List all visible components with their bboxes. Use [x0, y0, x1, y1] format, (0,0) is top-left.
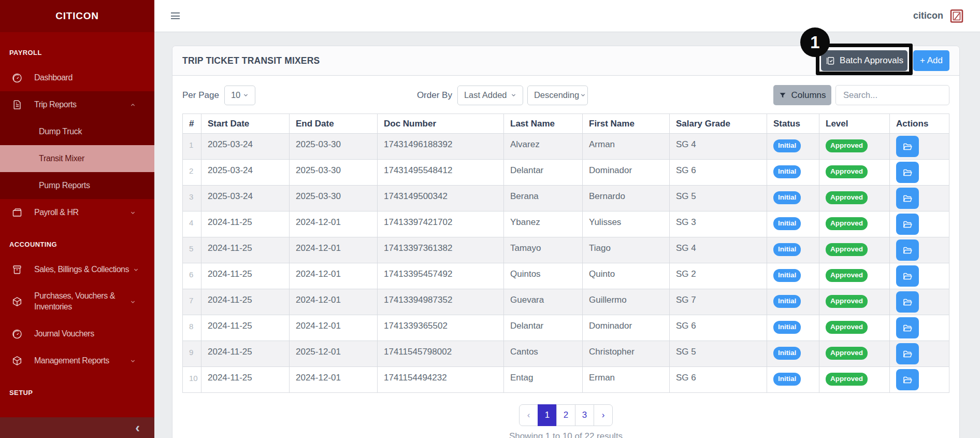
table-cell: 2024-11-25	[201, 211, 290, 237]
open-trip-button[interactable]	[896, 214, 919, 235]
table-cell: SG 3	[670, 211, 767, 237]
nav-section-label-payroll: PAYROLL	[0, 32, 154, 64]
topbar: citicon	[154, 0, 980, 32]
open-trip-button[interactable]	[896, 136, 919, 157]
pagination-page-3[interactable]: 3	[575, 404, 594, 426]
table-cell: SG 5	[670, 341, 767, 367]
open-trip-button[interactable]	[896, 188, 919, 209]
document-icon	[11, 99, 23, 110]
sidebar-item-payroll-hr[interactable]: Payroll & HR	[0, 199, 154, 226]
table-cell: 2024-12-01	[290, 211, 378, 237]
status-cell: Initial	[767, 289, 819, 315]
open-trip-button[interactable]	[896, 343, 919, 364]
columns-button[interactable]: Columns	[773, 85, 831, 105]
folder-open-icon	[902, 271, 913, 281]
status-cell: Initial	[767, 237, 819, 263]
caretDown-icon	[129, 298, 137, 306]
status-badge: Initial	[773, 191, 801, 204]
caretDown-icon	[129, 357, 137, 365]
sidebar-subitem-dump-truck[interactable]: Dump Truck	[0, 118, 154, 145]
sidebar: CITICON PAYROLLDashboardTrip ReportsDump…	[0, 0, 154, 438]
search-input[interactable]	[835, 85, 949, 105]
table-cell: Berana	[504, 186, 583, 211]
table-cell: Bernardo	[583, 186, 670, 211]
per-page-label: Per Page	[182, 90, 219, 101]
folder-open-icon	[902, 167, 913, 178]
caretUp-icon	[129, 101, 137, 109]
pagination-page-2[interactable]: 2	[556, 404, 575, 426]
table-cell: Guillermo	[583, 289, 670, 315]
table-row: 42024-11-252024-12-0117413397421702Ybane…	[183, 211, 949, 237]
table-cell: 2024-11-25	[201, 237, 290, 263]
chevron-down-icon	[510, 91, 517, 99]
status-badge: Initial	[773, 139, 801, 152]
table-cell: 17413397361382	[378, 237, 504, 263]
pagination-next[interactable]: ›	[594, 404, 613, 426]
add-button[interactable]: + Add	[913, 50, 949, 71]
sidebar-item-purchases-vouchers-inventories[interactable]: Purchases, Vouchers & Inventories	[0, 283, 154, 320]
cube-icon	[11, 355, 23, 366]
sidebar-collapse-button[interactable]: ‹	[0, 417, 154, 438]
table-cell: Ybanez	[504, 211, 583, 237]
level-badge: Approved	[826, 165, 868, 178]
status-badge: Initial	[773, 269, 801, 282]
sidebar-item-journal-vouchers[interactable]: Journal Vouchers	[0, 320, 154, 347]
level-badge: Approved	[826, 217, 868, 230]
actions-cell	[890, 211, 949, 237]
nav-section-label-setup: SETUP	[0, 374, 154, 404]
order-direction-select[interactable]: Descending	[527, 86, 588, 105]
column-header-actions: Actions	[890, 114, 949, 134]
order-by-select[interactable]: Last Added	[457, 86, 523, 105]
open-trip-button[interactable]	[896, 317, 919, 338]
folder-open-icon	[902, 375, 913, 385]
table-controls: Per Page 10 Order By Last Added	[182, 85, 949, 105]
topbar-brand[interactable]: citicon	[913, 9, 964, 23]
sidebar-item-label: Sales, Billings & Collections	[34, 265, 129, 274]
batch-approvals-button[interactable]: Batch Approvals	[821, 50, 907, 71]
status-cell: Initial	[767, 263, 819, 289]
table-cell: Christopher	[583, 341, 670, 367]
table-cell: 5	[183, 237, 201, 263]
hamburger-menu-icon[interactable]	[171, 12, 180, 19]
table-row: 52024-11-252024-12-0117413397361382Tamay…	[183, 237, 949, 263]
column-header-doc-number: Doc Number	[378, 114, 504, 134]
table-cell: Quintos	[504, 263, 583, 289]
card-body: Per Page 10 Order By Last Added	[172, 76, 959, 438]
column-header-first-name: First Name	[583, 114, 670, 134]
table-cell: 8	[183, 315, 201, 341]
pagination-page-1[interactable]: 1	[538, 404, 557, 426]
sidebar-item-dashboard[interactable]: Dashboard	[0, 64, 154, 91]
open-trip-button[interactable]	[896, 239, 919, 261]
folder-open-icon	[902, 142, 913, 152]
open-trip-button[interactable]	[896, 291, 919, 313]
order-by-group: Order By Last Added Descending	[417, 86, 588, 105]
chevron-down-icon	[242, 91, 250, 99]
sidebar-subitem-pump-reports[interactable]: Pump Reports	[0, 172, 154, 199]
table-cell: 2025-03-24	[201, 134, 290, 160]
per-page-select[interactable]: 10	[224, 86, 255, 105]
level-cell: Approved	[819, 289, 890, 315]
table-cell: 17413397421702	[378, 211, 504, 237]
open-trip-button[interactable]	[896, 369, 919, 390]
sidebar-item-label: Trip Reports	[34, 100, 126, 109]
folder-open-icon	[902, 349, 913, 359]
open-trip-button[interactable]	[896, 265, 919, 287]
table-cell: Tamayo	[504, 237, 583, 263]
table-row: 102024-11-252024-12-011741154494232Entag…	[183, 367, 949, 393]
pagination-prev[interactable]: ‹	[519, 404, 538, 426]
level-cell: Approved	[819, 341, 890, 367]
app-root: CITICON PAYROLLDashboardTrip ReportsDump…	[0, 0, 980, 438]
table-cell: 2025-12-01	[290, 341, 378, 367]
sidebar-item-trip-reports[interactable]: Trip Reports	[0, 91, 154, 118]
sidebar-item-sales-billings-collections[interactable]: Sales, Billings & Collections	[0, 256, 154, 283]
trip-ticket-card: TRIP TICKET TRANSIT MIXERS Batch Approva…	[172, 46, 960, 438]
table-cell: 2024-12-01	[290, 289, 378, 315]
folder-open-icon	[902, 193, 913, 204]
speedometer-icon	[11, 72, 23, 83]
sidebar-subitem-transit-mixer[interactable]: Transit Mixer	[0, 145, 154, 172]
page-title: TRIP TICKET TRANSIT MIXERS	[182, 55, 320, 66]
status-badge: Initial	[773, 373, 801, 386]
status-cell: Initial	[767, 160, 819, 186]
sidebar-item-management-reports[interactable]: Management Reports	[0, 347, 154, 374]
open-trip-button[interactable]	[896, 162, 919, 183]
